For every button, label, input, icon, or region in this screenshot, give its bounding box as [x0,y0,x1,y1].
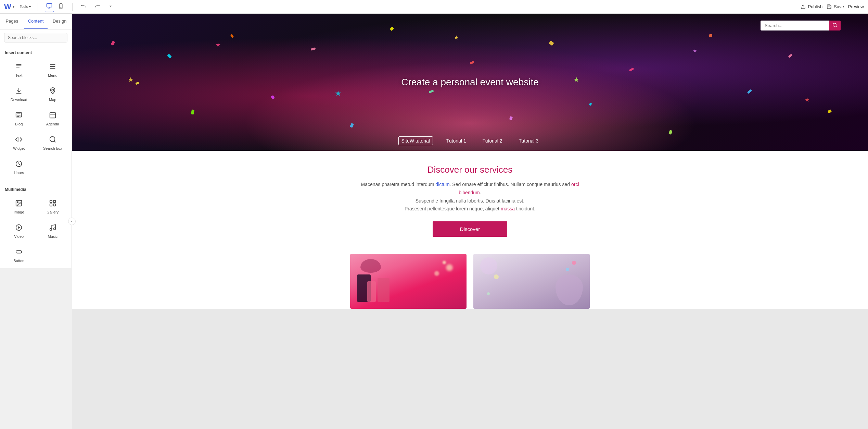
hero-nav-sitew[interactable]: SiteW tutorial [398,136,433,145]
tools-chevron-icon: ▾ [29,5,31,9]
sidebar-item-download-label: Download [11,98,27,102]
insert-content-title: Insert content [0,46,72,57]
save-label: Save [834,4,844,9]
sidebar-item-video[interactable]: Video [3,220,35,243]
sidebar-wrapper: Pages Content Design Insert content [0,14,72,429]
image-card-2 [473,254,590,309]
svg-point-32 [54,228,56,230]
sidebar-item-image[interactable]: Image [3,195,35,218]
sidebar-tab-design[interactable]: Design [48,14,72,29]
sidebar-tabs: Pages Content Design [0,14,72,29]
tools-label: Tools [20,5,28,9]
separator-1 [38,3,38,11]
sidebar-item-agenda[interactable]: Agenda [37,107,69,130]
svg-point-24 [17,201,18,203]
svg-rect-0 [47,3,52,7]
blocks-search-area [0,29,72,46]
svg-point-20 [50,137,55,142]
hero-title: Create a personal event website [401,77,539,88]
logo[interactable]: W ▾ [4,2,14,11]
logo-w-icon: W [4,2,11,11]
sidebar-item-text[interactable]: Text [3,59,35,82]
hero-nav: SiteW tutorial Tutorial 1 Tutorial 2 Tut… [72,131,868,151]
services-title: Discover our services [79,164,861,175]
map-icon [49,87,56,96]
device-desktop-button[interactable] [45,1,54,12]
sidebar-tab-content[interactable]: Content [24,14,48,29]
svg-rect-25 [50,200,52,203]
hero-nav-tut1[interactable]: Tutorial 1 [443,136,469,145]
sidebar-item-music-label: Music [48,234,58,238]
hero-nav-tut2[interactable]: Tutorial 2 [480,136,506,145]
music-icon [49,224,56,232]
sidebar-item-hours-label: Hours [14,171,24,175]
sidebar-item-gallery[interactable]: Gallery [37,195,69,218]
sidebar-item-music[interactable]: Music [37,220,69,243]
gallery-icon [49,199,56,208]
publish-label: Publish [808,4,822,9]
sidebar-item-widget-label: Widget [13,146,25,150]
hero-nav-tut3[interactable]: Tutorial 3 [516,136,542,145]
logo-chevron-icon: ▾ [13,5,14,9]
sidebar-tab-pages[interactable]: Pages [0,14,24,29]
sidebar-item-download[interactable]: Download [3,83,35,106]
topbar: W ▾ Tools ▾ Publish Save Preview [0,0,868,14]
svg-rect-28 [53,204,55,206]
sidebar-item-menu[interactable]: Menu [37,59,69,82]
sidebar-item-blog[interactable]: Blog [3,107,35,130]
services-desc-line3: Prasesent pellentesque lorem neque, aliq… [350,205,590,213]
tools-menu[interactable]: Tools ▾ [20,5,31,9]
main-layout: Pages Content Design Insert content [0,14,868,429]
sidebar-item-search-box[interactable]: Search box [37,132,69,155]
menu-icon [49,63,56,71]
undo-button[interactable] [79,2,88,12]
svg-rect-15 [50,113,56,118]
sidebar-item-search-box-label: Search box [43,146,62,150]
save-button[interactable]: Save [827,4,844,9]
svg-line-35 [836,26,837,27]
sidebar-item-gallery-label: Gallery [47,210,59,214]
redo-button[interactable] [93,2,101,12]
sidebar: Pages Content Design Insert content [0,14,72,268]
hero-search-area [761,21,841,30]
preview-label: Preview [848,4,864,9]
sidebar-item-map-label: Map [49,98,56,102]
separator-2 [72,3,73,11]
canvas-area: ★ ★ ★ ★ ★ ★ ★ Create a personal event we… [72,14,868,429]
services-desc-line2: Suspendie fringilla nulla lobortis. Duis… [350,197,590,205]
svg-point-2 [61,7,61,8]
sidebar-item-image-label: Image [14,210,24,214]
services-description: Macenas pharetra metud interdum dictum. … [350,181,590,213]
svg-point-31 [50,229,52,231]
text-icon [15,63,23,71]
sidebar-item-video-label: Video [14,234,24,238]
svg-point-10 [52,89,54,91]
device-mobile-button[interactable] [56,2,65,12]
widget-icon [15,136,23,144]
discover-button[interactable]: Discover [433,221,507,237]
publish-button[interactable]: Publish [801,4,822,9]
sidebar-item-button[interactable]: Button [3,244,35,267]
svg-rect-33 [16,250,22,253]
sidebar-collapse-button[interactable]: ‹ [68,218,76,225]
services-desc-line1: Macenas pharetra metud interdum dictum. … [350,181,590,197]
more-button[interactable] [107,2,114,11]
hero-search-button[interactable] [829,21,841,30]
sidebar-item-widget[interactable]: Widget [3,132,35,155]
device-icons [45,1,65,12]
insert-content-grid: Text Menu Download [0,57,72,180]
sidebar-item-hours[interactable]: Hours [3,156,35,179]
sidebar-item-map[interactable]: Map [37,83,69,106]
svg-point-34 [833,23,836,26]
video-icon [15,224,23,232]
sidebar-item-text-label: Text [15,73,22,77]
sidebar-item-button-label: Button [13,259,24,263]
blocks-search-input[interactable] [4,33,67,42]
preview-button[interactable]: Preview [848,4,864,9]
svg-rect-26 [53,200,55,203]
multimedia-grid: Image Gallery Video [0,194,72,268]
image-icon [15,199,23,208]
search-box-icon [49,136,56,144]
hero-search-input[interactable] [761,21,829,30]
svg-marker-30 [18,226,20,229]
